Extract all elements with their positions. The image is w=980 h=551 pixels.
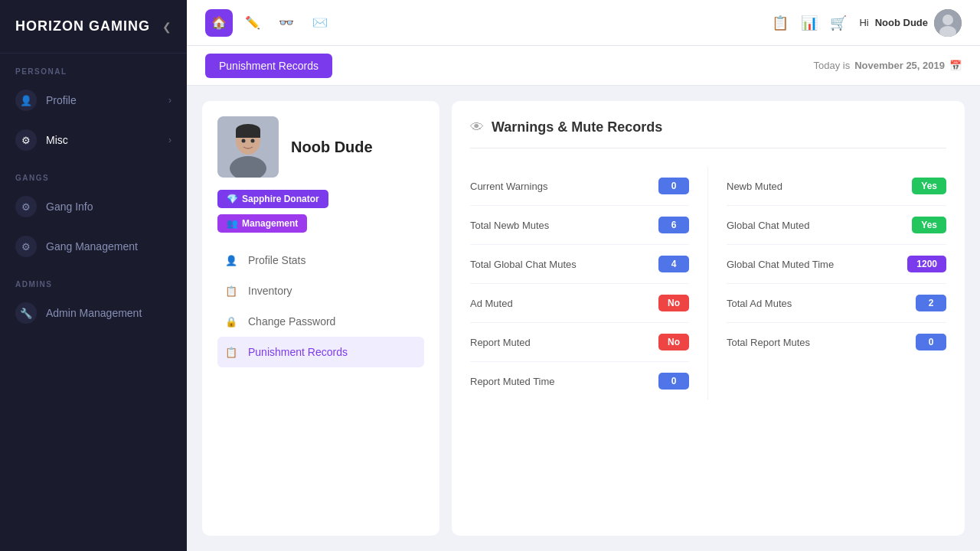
menu-item-label: Inventory bbox=[248, 285, 292, 297]
sidebar-logo: HORIZON GAMING ❮ bbox=[0, 0, 187, 54]
record-value: 0 bbox=[658, 373, 689, 390]
record-label: Global Chat Muted bbox=[727, 220, 809, 231]
record-ad-muted: Ad Muted No bbox=[470, 284, 689, 323]
diamond-icon: 💎 bbox=[227, 194, 238, 204]
sidebar-item-profile[interactable]: 👤 Profile › bbox=[0, 80, 187, 120]
lock-icon: 🔒 bbox=[224, 314, 239, 329]
profile-user: Noob Dude bbox=[217, 116, 424, 178]
sidebar: HORIZON GAMING ❮ PERSONAL 👤 Profile › ⚙ … bbox=[0, 0, 187, 551]
record-value: 1200 bbox=[907, 256, 946, 272]
record-total-newb-mutes: Total Newb Mutes 6 bbox=[470, 206, 689, 245]
sidebar-item-gang-management[interactable]: ⚙ Gang Management bbox=[0, 227, 187, 266]
record-total-ad-mutes: Total Ad Mutes 2 bbox=[727, 284, 946, 323]
menu-item-label: Change Password bbox=[248, 315, 335, 328]
menu-item-label: Punishment Records bbox=[248, 346, 348, 358]
record-global-chat-muted: Global Chat Muted Yes bbox=[727, 206, 946, 245]
sidebar-item-label: Gang Info bbox=[46, 201, 93, 213]
record-label: Total Report Mutes bbox=[727, 337, 810, 348]
date-label: Today is bbox=[814, 60, 851, 71]
admin-management-icon: 🔧 bbox=[15, 302, 37, 324]
profile-icon: 👤 bbox=[15, 90, 37, 111]
section-admins-label: ADMINS bbox=[0, 266, 187, 293]
record-value: Yes bbox=[912, 178, 946, 194]
eye-icon: 👁 bbox=[470, 119, 484, 135]
sidebar-item-gang-info[interactable]: ⚙ Gang Info bbox=[0, 187, 187, 227]
users-icon: 👥 bbox=[227, 218, 238, 229]
menu-item-change-password[interactable]: 🔒 Change Password bbox=[217, 306, 424, 337]
topbar-avatar[interactable] bbox=[934, 9, 962, 37]
username-text: Noob Dude bbox=[875, 17, 928, 28]
calendar-icon: 📅 bbox=[949, 60, 962, 71]
record-label: Total Ad Mutes bbox=[727, 298, 792, 309]
record-total-global-mutes: Total Global Chat Mutes 4 bbox=[470, 245, 689, 284]
date-value: November 25, 2019 bbox=[854, 60, 945, 71]
profile-badges: 💎 Sapphire Donator 👥 Management bbox=[217, 190, 424, 233]
page-date: Today is November 25, 2019 📅 bbox=[814, 60, 962, 71]
record-label: Ad Muted bbox=[470, 298, 513, 309]
profile-menu: 👤 Profile Stats 📋 Inventory 🔒 Change Pas… bbox=[217, 245, 424, 367]
topbar-home-icon[interactable]: 🏠 bbox=[205, 9, 233, 37]
records-title: Warnings & Mute Records bbox=[492, 119, 662, 135]
section-gangs-label: GANGS bbox=[0, 160, 187, 187]
record-label: Total Newb Mutes bbox=[470, 220, 549, 231]
sidebar-item-admin-management[interactable]: 🔧 Admin Management bbox=[0, 293, 187, 333]
sidebar-item-label: Profile bbox=[46, 94, 77, 106]
inventory-icon: 📋 bbox=[224, 283, 239, 298]
cart-icon[interactable]: 🛒 bbox=[830, 15, 847, 31]
profile-username: Noob Dude bbox=[291, 139, 373, 156]
gang-info-icon: ⚙ bbox=[15, 196, 37, 217]
page-title: Punishment Records bbox=[205, 54, 332, 78]
badge-sapphire: 💎 Sapphire Donator bbox=[217, 190, 328, 208]
topbar-vr-icon[interactable]: 👓 bbox=[273, 9, 300, 37]
record-newb-muted: Newb Muted Yes bbox=[727, 167, 946, 206]
record-value: 6 bbox=[658, 217, 689, 233]
menu-item-profile-stats[interactable]: 👤 Profile Stats bbox=[217, 245, 424, 276]
svg-rect-7 bbox=[236, 130, 260, 138]
record-value: 0 bbox=[658, 178, 689, 194]
sidebar-collapse-button[interactable]: ❮ bbox=[162, 21, 172, 33]
page-header: Punishment Records Today is November 25,… bbox=[187, 46, 980, 86]
record-label: Newb Muted bbox=[727, 181, 782, 192]
records-header: 👁 Warnings & Mute Records bbox=[470, 119, 946, 148]
menu-item-inventory[interactable]: 📋 Inventory bbox=[217, 276, 424, 306]
topbar-edit-icon[interactable]: ✏️ bbox=[239, 9, 266, 37]
record-value: Yes bbox=[912, 217, 946, 233]
badge-sapphire-label: Sapphire Donator bbox=[242, 194, 319, 204]
misc-icon: ⚙ bbox=[15, 129, 37, 151]
svg-point-8 bbox=[242, 139, 246, 143]
records-panel: 👁 Warnings & Mute Records Current Warnin… bbox=[452, 101, 965, 536]
svg-point-9 bbox=[251, 139, 255, 143]
profile-card: Noob Dude 💎 Sapphire Donator 👥 Managemen… bbox=[202, 101, 439, 536]
topbar-user: Hi Noob Dude bbox=[859, 9, 962, 37]
sidebar-item-misc[interactable]: ⚙ Misc › bbox=[0, 120, 187, 160]
record-value: No bbox=[658, 334, 689, 350]
sidebar-item-label: Admin Management bbox=[46, 307, 142, 319]
content-area: Noob Dude 💎 Sapphire Donator 👥 Managemen… bbox=[187, 86, 980, 551]
chevron-right-icon: › bbox=[168, 135, 172, 145]
records-right-column: Newb Muted Yes Global Chat Muted Yes Glo… bbox=[708, 167, 946, 400]
sidebar-item-label: Gang Management bbox=[46, 240, 138, 253]
records-grid: Current Warnings 0 Total Newb Mutes 6 To… bbox=[470, 167, 946, 400]
record-current-warnings: Current Warnings 0 bbox=[470, 167, 689, 206]
badge-management: 👥 Management bbox=[217, 214, 307, 233]
menu-item-label: Profile Stats bbox=[248, 254, 305, 266]
record-report-muted-time: Report Muted Time 0 bbox=[470, 362, 689, 400]
chevron-right-icon: › bbox=[168, 95, 172, 106]
sidebar-item-label: Misc bbox=[46, 134, 68, 146]
record-value: 0 bbox=[916, 334, 946, 350]
gang-management-icon: ⚙ bbox=[15, 236, 37, 257]
profile-stats-icon: 👤 bbox=[224, 253, 239, 268]
record-label: Global Chat Muted Time bbox=[727, 259, 834, 270]
record-label: Total Global Chat Mutes bbox=[470, 259, 577, 270]
main-content: 🏠 ✏️ 👓 ✉️ 📋 📊 🛒 Hi Noob Dude bbox=[187, 0, 980, 551]
stats-icon[interactable]: 📊 bbox=[801, 15, 818, 31]
topbar: 🏠 ✏️ 👓 ✉️ 📋 📊 🛒 Hi Noob Dude bbox=[187, 0, 980, 46]
clipboard-icon[interactable]: 📋 bbox=[772, 15, 789, 31]
greeting-text: Hi bbox=[859, 17, 868, 28]
records-left-column: Current Warnings 0 Total Newb Mutes 6 To… bbox=[470, 167, 708, 400]
menu-item-punishment-records[interactable]: 📋 Punishment Records bbox=[217, 337, 424, 367]
profile-avatar bbox=[217, 116, 279, 178]
record-value: No bbox=[658, 295, 689, 311]
record-value: 2 bbox=[916, 295, 946, 311]
topbar-mail-icon[interactable]: ✉️ bbox=[306, 9, 334, 37]
